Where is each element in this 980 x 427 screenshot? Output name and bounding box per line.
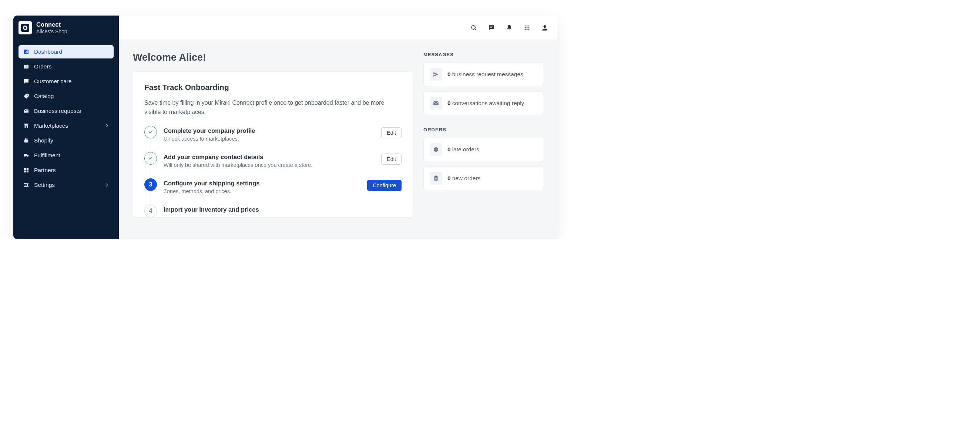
svg-rect-4	[25, 52, 25, 53]
settings-icon	[23, 182, 30, 188]
svg-rect-15	[24, 168, 26, 170]
shopify-icon	[23, 137, 30, 144]
stat-text: 0business request messages	[447, 71, 523, 78]
step-title: Add your company contact details	[164, 154, 374, 160]
apps-icon[interactable]	[523, 24, 531, 32]
svg-point-30	[527, 29, 528, 30]
svg-rect-17	[24, 171, 26, 172]
brand-sub: Alices's Shop	[36, 29, 67, 35]
svg-rect-5	[26, 51, 27, 53]
stat-text: 0new orders	[447, 175, 480, 182]
step-marker-current: 3	[144, 178, 157, 191]
stat-new-orders[interactable]: 0new orders	[423, 167, 543, 190]
svg-point-24	[527, 25, 528, 26]
svg-point-21	[25, 186, 26, 187]
onboarding-step: Complete your company profile Unlock acc…	[144, 126, 401, 152]
svg-point-13	[24, 156, 25, 157]
svg-rect-12	[24, 140, 29, 143]
edit-button[interactable]: Edit	[381, 154, 401, 165]
svg-point-26	[525, 27, 526, 28]
step-body: Import your inventory and prices	[164, 205, 401, 214]
brand-logo	[19, 21, 32, 35]
svg-point-29	[525, 29, 526, 30]
svg-point-9	[27, 95, 28, 95]
step-body: Complete your company profile Unlock acc…	[164, 126, 374, 142]
onboarding-subtitle: Save time by filling in your Mirakl Conn…	[144, 98, 401, 117]
sidebar-item-orders[interactable]: Orders	[19, 60, 114, 73]
sidebar-item-label: Partners	[34, 167, 109, 173]
svg-rect-33	[433, 102, 439, 105]
svg-rect-16	[27, 168, 29, 170]
bell-icon[interactable]	[506, 24, 513, 32]
orders-icon	[23, 63, 30, 70]
step-desc: Will only be shared with marketplaces on…	[164, 162, 374, 168]
send-icon	[430, 68, 442, 81]
business-requests-icon	[23, 108, 30, 114]
sidebar-item-label: Catalog	[34, 93, 109, 100]
svg-rect-18	[27, 171, 29, 172]
sidebar-item-marketplaces[interactable]: Marketplaces	[19, 119, 114, 132]
stat-business-requests[interactable]: 0business request messages	[423, 62, 543, 86]
step-marker-done	[144, 152, 157, 165]
sidebar-item-shopify[interactable]: Shopify	[19, 134, 114, 147]
svg-point-2	[24, 27, 26, 29]
sidebar-item-dashboard[interactable]: Dashboard	[19, 45, 114, 59]
svg-rect-35	[434, 176, 438, 181]
stat-label: business request messages	[452, 71, 523, 77]
svg-rect-8	[25, 64, 27, 65]
step-desc: Unlock access to marketplaces.	[164, 136, 374, 142]
catalog-icon	[23, 93, 30, 100]
brand-block[interactable]: Connect Alices's Shop	[13, 16, 119, 38]
sidebar-item-fulfillment[interactable]: Fulfillment	[19, 149, 114, 162]
main: Welcome Alice! Fast Track Onboarding Sav…	[119, 16, 557, 239]
svg-point-14	[27, 156, 28, 157]
sidebar-item-label: Marketplaces	[34, 122, 109, 129]
sidebar-item-partners[interactable]: Partners	[19, 163, 114, 177]
stat-late-orders[interactable]: 0late orders	[423, 138, 543, 161]
step-track	[151, 138, 151, 153]
sidebar-item-catalog[interactable]: Catalog	[19, 89, 114, 103]
svg-rect-11	[26, 126, 27, 128]
step-body: Configure your shipping settings Zones, …	[164, 178, 361, 194]
app-frame: Connect Alices's Shop Dashboard Orders	[13, 16, 557, 239]
edit-button[interactable]: Edit	[381, 127, 401, 138]
step-title: Complete your company profile	[164, 127, 374, 134]
topbar	[119, 16, 557, 40]
right-column: MESSAGES 0business request messages 0con…	[423, 52, 543, 217]
dashboard-icon	[23, 48, 30, 55]
search-icon[interactable]	[470, 24, 477, 32]
content: Welcome Alice! Fast Track Onboarding Sav…	[119, 40, 557, 217]
sidebar-item-settings[interactable]: Settings	[19, 178, 114, 192]
sidebar-item-label: Customer care	[34, 78, 109, 85]
chat-icon[interactable]	[488, 24, 495, 32]
marketplaces-icon	[23, 122, 30, 129]
stat-text: 0conversations awaiting reply	[447, 100, 524, 106]
stat-text: 0late orders	[447, 146, 479, 153]
messages-section-label: MESSAGES	[423, 52, 543, 57]
stat-label: conversations awaiting reply	[452, 100, 524, 106]
clipboard-icon	[430, 172, 442, 185]
sidebar-item-label: Business requests	[34, 108, 109, 114]
user-icon[interactable]	[541, 24, 549, 32]
chevron-right-icon	[104, 123, 110, 129]
svg-point-23	[525, 25, 526, 26]
sidebar-item-label: Shopify	[34, 137, 109, 144]
sidebar-item-business-requests[interactable]: Business requests	[19, 104, 114, 117]
svg-point-32	[544, 25, 546, 28]
step-marker-done	[144, 126, 157, 138]
step-track	[151, 191, 151, 205]
customer-care-icon	[23, 78, 30, 85]
onboarding-steps: Complete your company profile Unlock acc…	[144, 126, 401, 217]
svg-point-22	[471, 25, 475, 29]
onboarding-card: Fast Track Onboarding Save time by filli…	[133, 71, 413, 217]
stat-count: 0	[447, 175, 451, 181]
step-marker-upcoming: 4	[144, 205, 157, 217]
sidebar-item-customer-care[interactable]: Customer care	[19, 75, 114, 88]
onboarding-step: Add your company contact details Will on…	[144, 152, 401, 178]
sidebar: Connect Alices's Shop Dashboard Orders	[13, 16, 119, 239]
svg-point-19	[25, 183, 26, 184]
configure-button[interactable]: Configure	[367, 180, 401, 191]
stat-conversations[interactable]: 0conversations awaiting reply	[423, 91, 543, 115]
stat-label: new orders	[452, 175, 481, 181]
stat-count: 0	[447, 146, 451, 152]
